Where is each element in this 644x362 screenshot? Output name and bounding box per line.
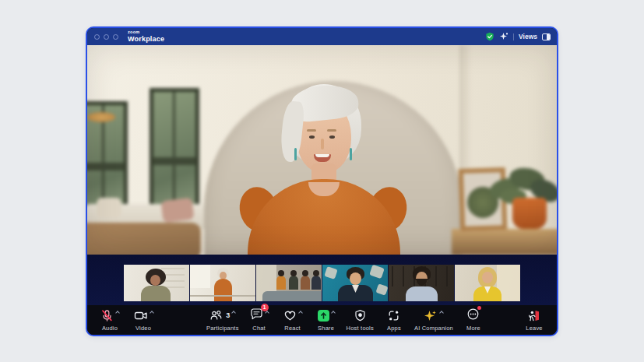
views-button[interactable]: Views xyxy=(519,33,537,40)
heart-react-icon xyxy=(283,309,297,322)
window-zoom-icon[interactable] xyxy=(113,34,118,40)
share-button[interactable]: Share xyxy=(313,309,340,332)
meeting-toolbar: Audio Video 3 xyxy=(87,305,557,335)
host-tools-shield-icon xyxy=(354,309,367,322)
participants-options-caret[interactable] xyxy=(231,311,236,315)
video-camera-icon xyxy=(134,309,148,322)
more-notification-dot xyxy=(477,306,481,310)
leave-door-icon xyxy=(527,309,541,322)
window-minimize-icon[interactable] xyxy=(104,34,109,40)
page-background: { "titlebar": { "logo_top": "zoom", "log… xyxy=(0,0,644,362)
apps-button[interactable]: Apps xyxy=(381,309,407,332)
window-controls[interactable] xyxy=(94,34,118,40)
participants-icon xyxy=(209,309,223,322)
participant-thumbnail-1[interactable] xyxy=(124,265,189,301)
ai-companion-options-caret[interactable] xyxy=(440,311,445,315)
zoom-meeting-window: zoom Workplace Views xyxy=(86,26,558,336)
video-options-caret[interactable] xyxy=(150,311,154,315)
participants-count: 3 xyxy=(226,311,230,319)
logo-zoom-text: zoom xyxy=(128,30,164,35)
microphone-muted-icon xyxy=(100,309,114,322)
leave-button[interactable]: Leave xyxy=(521,309,547,332)
react-button[interactable]: React xyxy=(280,309,306,332)
ai-companion-button[interactable]: AI Companion xyxy=(414,309,453,332)
participant-thumbnail-2[interactable] xyxy=(190,265,255,301)
chat-unread-badge: 1 xyxy=(261,304,269,311)
video-button[interactable]: Video xyxy=(130,309,157,332)
chat-options-caret[interactable] xyxy=(265,311,269,315)
zoom-workplace-logo: zoom Workplace xyxy=(128,30,164,43)
window-close-icon[interactable] xyxy=(94,34,100,40)
more-button[interactable]: More xyxy=(460,309,487,332)
react-options-caret[interactable] xyxy=(298,311,303,315)
titlebar-divider xyxy=(513,33,514,40)
share-options-caret[interactable] xyxy=(331,311,336,315)
participants-button[interactable]: 3 Participants xyxy=(206,309,239,332)
participant-thumbnail-5[interactable] xyxy=(389,265,454,301)
ai-companion-sparkle-icon[interactable] xyxy=(499,32,509,41)
titlebar: zoom Workplace Views xyxy=(87,28,557,45)
host-tools-button[interactable]: Host tools xyxy=(347,309,374,332)
participant-thumbnail-3[interactable] xyxy=(256,265,322,301)
audio-options-caret[interactable] xyxy=(115,311,120,315)
apps-icon xyxy=(387,309,400,322)
encryption-shield-icon[interactable] xyxy=(485,32,494,41)
ai-companion-icon xyxy=(424,309,438,322)
share-screen-icon xyxy=(318,310,329,322)
participant-thumbnail-6[interactable] xyxy=(455,265,520,301)
logo-workplace-text: Workplace xyxy=(128,36,164,43)
audio-button[interactable]: Audio xyxy=(97,309,123,332)
participant-thumbnail-4[interactable] xyxy=(322,265,388,301)
chat-button[interactable]: 1 Chat xyxy=(246,309,273,332)
active-speaker-video[interactable] xyxy=(87,45,557,255)
view-layout-icon[interactable] xyxy=(542,33,551,40)
participants-filmstrip xyxy=(87,255,557,305)
